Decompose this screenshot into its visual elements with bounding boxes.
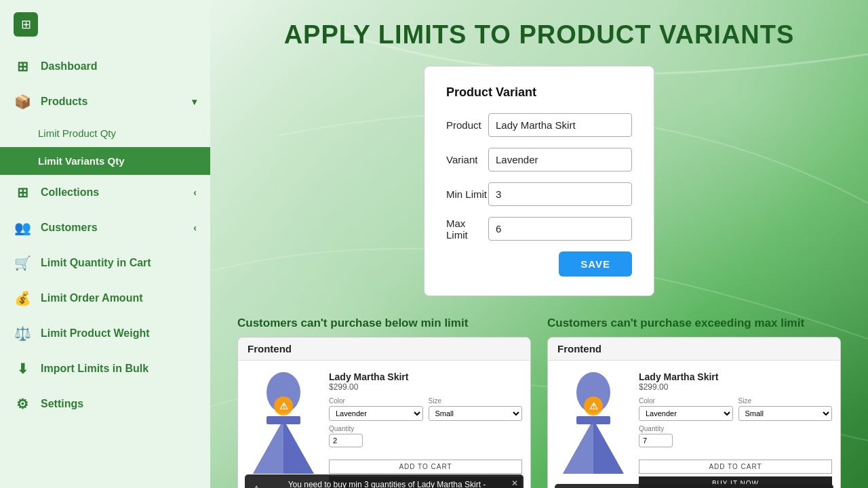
min-field-row: Color Lavender Size Small — [329, 397, 522, 421]
min-size-select[interactable]: Small — [429, 406, 523, 421]
sidebar-logo: ⊞ — [0, 0, 210, 49]
min-warning-tooltip: ⚠ You need to buy min 3 quantities of La… — [245, 474, 524, 488]
sidebar-item-limit-order[interactable]: 💰 Limit Order Amount — [0, 281, 210, 316]
max-color-label: Color — [639, 397, 733, 405]
variant-input[interactable] — [488, 148, 632, 171]
sidebar-item-dashboard[interactable]: ⊞ Dashboard — [0, 49, 210, 84]
sidebar-item-label: Limit Quantity in Cart — [41, 257, 151, 269]
products-icon: 📦 — [14, 94, 31, 110]
sidebar-item-products[interactable]: 📦 Products ▾ — [0, 84, 210, 119]
sidebar-item-limit-qty-cart[interactable]: 🛒 Limit Quantity in Cart — [0, 245, 210, 281]
sidebar-item-settings[interactable]: ⚙ Settings — [0, 386, 210, 422]
sidebar-item-label: Import Limits in Bulk — [41, 363, 149, 375]
min-size-field: Size Small — [429, 397, 523, 421]
min-skirt-image: ⚠ — [246, 369, 321, 470]
import-icon: ⬇ — [14, 361, 31, 377]
min-qty-input[interactable] — [329, 434, 363, 447]
min-limit-demo-card: Frontend ⚠ — [237, 337, 531, 488]
max-product-info: Lady Martha Skirt $299.00 Color Lavender… — [639, 369, 832, 488]
svg-text:⚠: ⚠ — [279, 401, 288, 411]
customers-icon: 👥 — [14, 220, 31, 236]
min-limit-input[interactable] — [488, 182, 632, 206]
max-size-field: Size Small — [738, 397, 833, 421]
max-limit-input[interactable] — [488, 217, 632, 241]
limit-variants-qty-label: Limit Variants Qty — [38, 155, 125, 167]
save-button[interactable]: SAVE — [559, 251, 632, 277]
sidebar-item-import-limits[interactable]: ⬇ Import Limits in Bulk — [0, 351, 210, 386]
sidebar-item-label: Limit Order Amount — [41, 292, 143, 304]
min-product-info: Lady Martha Skirt $299.00 Color Lavender… — [329, 369, 522, 488]
dashboard-icon: ⊞ — [14, 58, 31, 75]
sidebar-item-limit-product-qty[interactable]: Limit Product Qty — [0, 119, 210, 147]
product-input[interactable] — [488, 113, 632, 137]
max-product-name: Lady Martha Skirt — [639, 371, 832, 382]
min-product-price: $299.00 — [329, 382, 522, 392]
max-demo-header: Frontend — [548, 338, 840, 361]
min-color-select[interactable]: Lavender — [329, 406, 423, 421]
customers-chevron-icon: ‹ — [193, 222, 197, 233]
max-demo-body: ⚠ Lady Martha Skirt $299.00 Color Lavend… — [548, 361, 840, 488]
demo-section: Customers can't purchase below min limit… — [237, 317, 841, 488]
sidebar-item-label: Products — [41, 96, 87, 108]
max-size-select[interactable]: Small — [738, 406, 833, 421]
min-limit-demo: Customers can't purchase below min limit… — [237, 317, 531, 488]
cart-icon: 🛒 — [14, 255, 31, 271]
sidebar-item-collections[interactable]: ⊞ Collections ‹ — [0, 175, 210, 210]
sidebar-item-label: Collections — [41, 186, 99, 199]
sidebar-item-limit-weight[interactable]: ⚖️ Limit Product Weight — [0, 316, 210, 351]
min-limit-demo-label: Customers can't purchase below min limit — [237, 317, 531, 330]
svg-marker-8 — [563, 420, 593, 474]
min-color-label: Color — [329, 397, 423, 405]
svg-text:⚠: ⚠ — [589, 401, 598, 411]
logo-icon: ⊞ — [14, 12, 38, 37]
max-limit-demo: Customers can't purchase exceeding max l… — [547, 317, 841, 488]
min-warn-icon: ⚠ — [252, 483, 261, 489]
min-tooltip-text: You need to buy min 3 quantities of Lady… — [288, 480, 486, 488]
max-field-row: Color Lavender Size Small — [639, 397, 832, 421]
max-color-field: Color Lavender — [639, 397, 733, 421]
sidebar-item-label: Limit Product Weight — [41, 327, 150, 340]
max-warning-tooltip: ⚠ You can buy max 6 quantities of Lady M… — [555, 484, 833, 488]
collections-icon: ⊞ — [14, 184, 31, 201]
max-color-select[interactable]: Lavender — [639, 406, 733, 421]
max-qty-label: Quantity — [639, 425, 832, 432]
max-limit-demo-label: Customers can't purchase exceeding max l… — [547, 317, 841, 330]
order-icon: 💰 — [14, 290, 31, 306]
products-chevron-icon: ▾ — [192, 96, 197, 107]
settings-icon: ⚙ — [14, 396, 31, 412]
min-limit-label: Min Limit — [446, 188, 488, 200]
min-add-to-cart-button[interactable]: ADD TO CART — [329, 460, 522, 474]
collections-chevron-icon: ‹ — [193, 187, 197, 198]
max-limit-row: Max Limit — [446, 217, 632, 241]
min-close-icon[interactable]: ✕ — [511, 479, 518, 488]
min-color-field: Color Lavender — [329, 397, 423, 421]
max-qty-input[interactable] — [639, 434, 673, 447]
max-add-to-cart-button[interactable]: ADD TO CART — [639, 460, 832, 474]
limit-product-qty-label: Limit Product Qty — [38, 127, 116, 139]
page-title: APPLY LIMITS TO PRODUCT VARIANTS — [237, 20, 841, 49]
max-product-price: $299.00 — [639, 382, 832, 392]
sidebar-item-label: Settings — [41, 398, 83, 410]
max-limit-label: Max Limit — [446, 218, 488, 241]
min-demo-header: Frontend — [238, 338, 530, 361]
main-content: APPLY LIMITS TO PRODUCT VARIANTS Product… — [210, 0, 868, 488]
min-qty-label: Quantity — [329, 425, 522, 432]
weight-icon: ⚖️ — [14, 325, 31, 342]
svg-rect-3 — [267, 416, 300, 424]
min-product-name: Lady Martha Skirt — [329, 371, 522, 382]
variant-label: Variant — [446, 154, 488, 165]
min-size-label: Size — [429, 397, 523, 405]
product-label: Product — [446, 119, 488, 131]
min-demo-body: ⚠ Lady Martha Skirt $299.00 Color Lavend… — [238, 361, 530, 488]
max-limit-demo-card: Frontend ⚠ Lady Mart — [547, 337, 841, 488]
sidebar-item-label: Customers — [41, 222, 98, 234]
sidebar-item-limit-variants-qty[interactable]: Limit Variants Qty — [0, 147, 210, 175]
product-row: Product — [446, 113, 632, 137]
sidebar: ⊞ ⊞ Dashboard 📦 Products ▾ Limit Product… — [0, 0, 210, 488]
sidebar-item-customers[interactable]: 👥 Customers ‹ — [0, 210, 210, 245]
max-size-label: Size — [738, 397, 833, 405]
variant-row: Variant — [446, 148, 632, 171]
product-variant-card: Product Variant Product Variant Min Limi… — [424, 66, 654, 296]
variant-card-title: Product Variant — [446, 85, 632, 100]
min-limit-row: Min Limit — [446, 182, 632, 206]
